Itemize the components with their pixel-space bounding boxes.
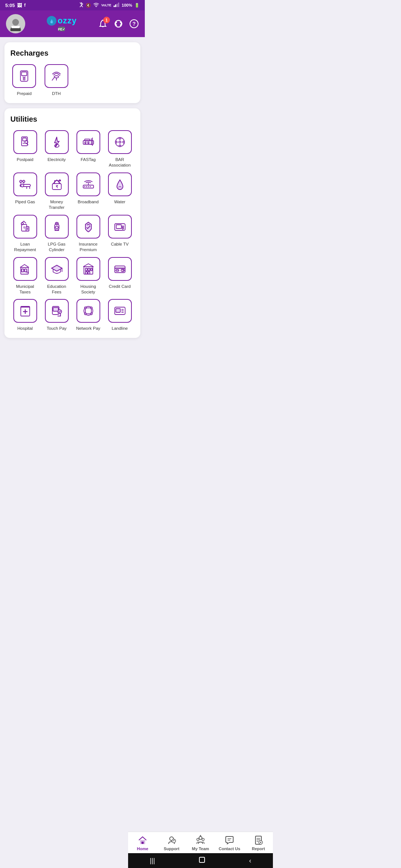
- svg-text:?: ?: [133, 21, 136, 27]
- dth-item[interactable]: DTH: [43, 64, 71, 96]
- photo-icon: 🖼: [17, 3, 22, 8]
- municipal-taxes-item[interactable]: % Municipal Taxes: [10, 257, 40, 295]
- svg-point-45: [23, 180, 25, 183]
- svg-point-39: [119, 141, 121, 143]
- svg-rect-107: [116, 309, 120, 312]
- svg-rect-1: [114, 6, 115, 7]
- lpg-gas-label: LPG Gas Cylinder: [42, 241, 71, 253]
- hospital-item[interactable]: Hospital: [10, 299, 40, 331]
- status-bar: 5:05 🖼 f 🔇 VoLTE 100% 🔋: [0, 0, 145, 10]
- touch-pay-item[interactable]: Touch Pay: [42, 299, 71, 331]
- svg-text:💧: 💧: [49, 19, 54, 24]
- app-header: 💧 ozzy PE✓ 1: [0, 10, 145, 37]
- main-content: Recharges Prepaid: [0, 37, 145, 368]
- network-pay-item[interactable]: Network Pay: [74, 299, 103, 331]
- svg-rect-85: [91, 268, 92, 271]
- hospital-icon: [13, 299, 37, 323]
- broadband-item[interactable]: Broadband: [74, 172, 103, 210]
- education-fees-item[interactable]: Education Fees: [42, 257, 71, 295]
- dth-label: DTH: [52, 91, 61, 96]
- landline-item[interactable]: Landline: [105, 299, 134, 331]
- help-button[interactable]: ?: [129, 19, 139, 29]
- facebook-icon: f: [24, 3, 26, 8]
- svg-rect-83: [85, 272, 87, 274]
- broadband-icon: [76, 172, 100, 196]
- loan-repayment-icon: ₹: [13, 215, 37, 239]
- housing-society-icon: [76, 257, 100, 281]
- credit-card-icon: [108, 257, 132, 281]
- refresh-button[interactable]: [114, 19, 123, 29]
- landline-icon: [108, 299, 132, 323]
- notification-button[interactable]: 1: [98, 19, 108, 29]
- electricity-item[interactable]: Electricity: [42, 130, 71, 168]
- svg-rect-71: [116, 225, 121, 228]
- education-fees-icon: [45, 257, 69, 281]
- battery-label: 100%: [122, 3, 132, 7]
- municipal-taxes-icon: %: [13, 257, 37, 281]
- cable-tv-icon: [108, 215, 132, 239]
- loan-repayment-item[interactable]: ₹ Loan Repayment: [10, 215, 40, 253]
- recharges-card: Recharges Prepaid: [4, 42, 140, 103]
- svg-point-0: [95, 7, 96, 7]
- volte-icon: VoLTE: [101, 3, 111, 7]
- postpaid-icon: [13, 130, 37, 154]
- prepaid-label: Prepaid: [17, 91, 32, 96]
- svg-point-68: [55, 226, 58, 229]
- svg-rect-88: [116, 270, 119, 271]
- cable-tv-item[interactable]: Cable TV: [105, 215, 134, 253]
- svg-point-99: [90, 307, 92, 309]
- svg-rect-16: [22, 72, 27, 76]
- insurance-item[interactable]: Insurance Premium: [74, 215, 103, 253]
- electricity-icon: [45, 130, 69, 154]
- svg-text:₹: ₹: [23, 226, 25, 230]
- credit-card-item[interactable]: Credit Card: [105, 257, 134, 295]
- avatar[interactable]: [6, 14, 25, 33]
- housing-society-item[interactable]: Housing Society: [74, 257, 103, 295]
- water-icon: [108, 172, 132, 196]
- fastag-icon: [76, 130, 100, 154]
- network-pay-label: Network Pay: [76, 326, 100, 331]
- svg-text:₹: ₹: [56, 185, 58, 189]
- lpg-gas-icon: [45, 215, 69, 239]
- battery-icon: 🔋: [134, 3, 140, 8]
- landline-label: Landline: [112, 326, 128, 331]
- money-transfer-label: Money Transfer: [42, 199, 71, 210]
- bar-assoc-item[interactable]: BAR Association: [105, 130, 134, 168]
- postpaid-item[interactable]: Postpaid: [10, 130, 40, 168]
- piped-gas-item[interactable]: Piped Gas: [10, 172, 40, 210]
- svg-point-100: [84, 313, 86, 315]
- svg-point-36: [119, 145, 121, 147]
- time-display: 5:05: [5, 3, 15, 8]
- prepaid-item[interactable]: Prepaid: [10, 64, 38, 96]
- status-left: 5:05 🖼 f: [5, 3, 26, 8]
- utilities-grid: Postpaid Electricity: [10, 130, 134, 331]
- insurance-label: Insurance Premium: [74, 241, 103, 253]
- postpaid-label: Postpaid: [17, 157, 33, 162]
- svg-rect-2: [115, 4, 116, 7]
- svg-rect-81: [85, 268, 87, 271]
- water-label: Water: [114, 199, 125, 205]
- header-actions: 1 ?: [98, 19, 139, 29]
- svg-point-101: [90, 313, 92, 315]
- money-transfer-item[interactable]: ₹ Money Transfer: [42, 172, 71, 210]
- svg-point-98: [84, 307, 86, 309]
- bar-assoc-label: BAR Association: [105, 157, 134, 168]
- water-item[interactable]: Water: [105, 172, 134, 210]
- svg-point-41: [21, 184, 24, 187]
- svg-point-72: [122, 226, 124, 227]
- touch-pay-icon: [45, 299, 69, 323]
- svg-text:%: %: [26, 270, 29, 274]
- svg-rect-29: [85, 139, 90, 141]
- fastag-item[interactable]: FASTag: [74, 130, 103, 168]
- prepaid-icon: [12, 64, 36, 88]
- svg-rect-82: [88, 268, 90, 271]
- piped-gas-icon: [13, 172, 37, 196]
- housing-society-label: Housing Society: [74, 284, 103, 295]
- lpg-gas-item[interactable]: LPG Gas Cylinder: [42, 215, 71, 253]
- utilities-card: Utilities Postpaid: [4, 108, 140, 338]
- cable-tv-label: Cable TV: [111, 241, 129, 247]
- svg-rect-8: [12, 26, 20, 28]
- mute-icon: 🔇: [86, 3, 91, 8]
- svg-text:PE✓: PE✓: [58, 27, 65, 31]
- electricity-label: Electricity: [48, 157, 66, 162]
